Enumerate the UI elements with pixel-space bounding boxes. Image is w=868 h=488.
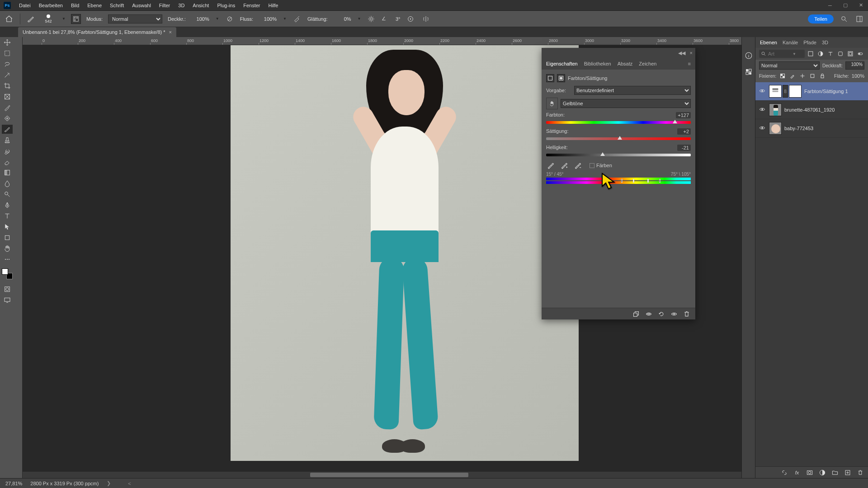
lock-pixels-icon[interactable] bbox=[789, 72, 796, 80]
fx-icon[interactable]: fx bbox=[793, 469, 801, 477]
menu-ebene[interactable]: Ebene bbox=[87, 3, 102, 8]
new-group-icon[interactable] bbox=[831, 469, 839, 477]
chevron-down-icon[interactable]: ▼ bbox=[358, 17, 361, 21]
brush-tool[interactable] bbox=[2, 125, 13, 134]
chevron-down-icon[interactable]: ▼ bbox=[216, 17, 219, 21]
tab-properties[interactable]: Eigenschaften bbox=[546, 61, 578, 66]
close-tab-icon[interactable]: × bbox=[169, 29, 172, 35]
layer-row[interactable]: brunette-487061_1920 bbox=[755, 101, 868, 119]
lock-position-icon[interactable] bbox=[799, 72, 806, 80]
horizontal-scrollbar[interactable] bbox=[23, 472, 741, 478]
filter-type-icon[interactable] bbox=[826, 50, 835, 58]
tab-libraries[interactable]: Bibliotheken bbox=[584, 61, 611, 66]
layer-blend-mode[interactable]: Normal bbox=[759, 61, 820, 70]
brush-panel-toggle[interactable] bbox=[71, 14, 81, 24]
tab-channels[interactable]: Kanäle bbox=[783, 40, 798, 45]
smoothing-options-icon[interactable] bbox=[366, 14, 376, 24]
hue-slider[interactable] bbox=[546, 121, 691, 124]
close-window-button[interactable]: ✕ bbox=[857, 3, 864, 8]
zoom-level[interactable]: 27,81% bbox=[5, 481, 22, 486]
panel-menu-icon[interactable]: ≡ bbox=[688, 61, 691, 66]
eraser-tool[interactable] bbox=[2, 157, 13, 166]
swatches-panel-icon[interactable] bbox=[744, 67, 754, 77]
layer-name[interactable]: Farbton/Sättigung 1 bbox=[804, 89, 848, 94]
eyedropper-tool[interactable] bbox=[2, 103, 13, 112]
chevron-down-icon[interactable]: ▼ bbox=[62, 17, 66, 21]
saturation-slider[interactable] bbox=[546, 137, 691, 140]
new-layer-icon[interactable] bbox=[844, 469, 852, 477]
airbrush-icon[interactable] bbox=[292, 14, 302, 24]
tab-layers[interactable]: Ebenen bbox=[760, 40, 777, 45]
pressure-size-icon[interactable] bbox=[406, 14, 415, 24]
delete-layer-icon[interactable] bbox=[856, 469, 864, 477]
home-button[interactable] bbox=[4, 14, 14, 24]
channel-select[interactable]: Gelbtöne bbox=[561, 99, 691, 108]
mask-thumb[interactable] bbox=[789, 85, 802, 98]
saturation-value[interactable]: +2 bbox=[677, 128, 691, 135]
filter-adjust-icon[interactable] bbox=[816, 50, 825, 58]
pen-tool[interactable] bbox=[2, 201, 13, 210]
quickmask-toggle[interactable] bbox=[2, 285, 13, 294]
eyedropper-add-icon[interactable] bbox=[560, 161, 569, 170]
hand-tool[interactable] bbox=[2, 244, 13, 253]
maximize-button[interactable]: ▢ bbox=[842, 3, 849, 8]
menu-auswahl[interactable]: Auswahl bbox=[132, 3, 151, 8]
heal-tool[interactable] bbox=[2, 114, 13, 123]
layer-filter-input[interactable] bbox=[768, 51, 791, 56]
menu-hilfe[interactable]: Hilfe bbox=[268, 3, 278, 8]
screenmode-toggle[interactable] bbox=[2, 296, 13, 305]
smoothing-value[interactable]: 0% bbox=[333, 16, 351, 22]
opacity-value[interactable]: 100% bbox=[191, 16, 209, 22]
view-previous-icon[interactable] bbox=[645, 310, 653, 318]
filter-toggle[interactable] bbox=[856, 50, 864, 58]
add-mask-icon[interactable] bbox=[806, 469, 814, 477]
clip-to-layer-icon[interactable] bbox=[632, 310, 640, 318]
search-icon[interactable] bbox=[839, 14, 849, 24]
menu-schrift[interactable]: Schrift bbox=[110, 3, 124, 8]
shape-tool[interactable] bbox=[2, 233, 13, 242]
menu-bild[interactable]: Bild bbox=[71, 3, 79, 8]
menu-bearbeiten[interactable]: Bearbeiten bbox=[39, 3, 63, 8]
lock-artboard-icon[interactable] bbox=[809, 72, 816, 80]
wand-tool[interactable] bbox=[2, 70, 13, 80]
collapse-panel-icon[interactable]: ◀◀ bbox=[678, 50, 685, 56]
filter-pixel-icon[interactable] bbox=[807, 50, 815, 58]
hue-value[interactable]: +127 bbox=[676, 112, 691, 118]
visibility-eye-icon[interactable] bbox=[759, 88, 766, 95]
tab-paragraph[interactable]: Absatz bbox=[618, 61, 633, 66]
reset-icon[interactable] bbox=[657, 310, 665, 318]
layer-row[interactable]: 8Farbton/Sättigung 1 bbox=[755, 82, 868, 101]
stamp-tool[interactable] bbox=[2, 136, 13, 145]
menu-fenster[interactable]: Fenster bbox=[243, 3, 260, 8]
tab-paths[interactable]: Pfade bbox=[803, 40, 816, 45]
new-adjustment-icon[interactable] bbox=[818, 469, 826, 477]
info-panel-icon[interactable] bbox=[744, 51, 754, 61]
flow-value[interactable]: 100% bbox=[259, 16, 277, 22]
brush-tool-icon[interactable] bbox=[26, 14, 36, 24]
mask-icon[interactable] bbox=[557, 74, 565, 82]
close-panel-icon[interactable]: × bbox=[690, 50, 693, 56]
dodge-tool[interactable] bbox=[2, 190, 13, 199]
toggle-visibility-icon[interactable] bbox=[670, 310, 678, 318]
layer-filter-search[interactable]: ▼ bbox=[759, 50, 805, 58]
preset-select[interactable]: Benutzerdefiniert bbox=[574, 86, 691, 95]
tab-3d[interactable]: 3D bbox=[822, 40, 828, 45]
visibility-eye-icon[interactable] bbox=[759, 106, 766, 113]
lock-transparency-icon[interactable] bbox=[779, 72, 786, 80]
angle-value[interactable]: 3° bbox=[387, 16, 400, 22]
layer-name[interactable]: baby-772453 bbox=[784, 126, 813, 131]
lightness-slider[interactable] bbox=[546, 154, 691, 156]
colorize-checkbox[interactable]: Färben bbox=[590, 163, 612, 168]
foreground-background-colors[interactable] bbox=[2, 268, 13, 279]
menu-filter[interactable]: Filter bbox=[159, 3, 170, 8]
brush-preset-picker[interactable]: 542 bbox=[41, 13, 56, 25]
layer-row[interactable]: baby-772453 bbox=[755, 119, 868, 138]
eyedropper-subtract-icon[interactable] bbox=[573, 161, 582, 170]
lock-all-icon[interactable] bbox=[819, 72, 826, 80]
delete-adjustment-icon[interactable] bbox=[683, 310, 691, 318]
more-tools[interactable] bbox=[2, 255, 13, 264]
blend-mode-select[interactable]: Normal bbox=[108, 14, 162, 23]
scrubby-hand-icon[interactable] bbox=[546, 98, 558, 109]
layer-name[interactable]: brunette-487061_1920 bbox=[784, 107, 835, 113]
history-brush-tool[interactable] bbox=[2, 146, 13, 155]
